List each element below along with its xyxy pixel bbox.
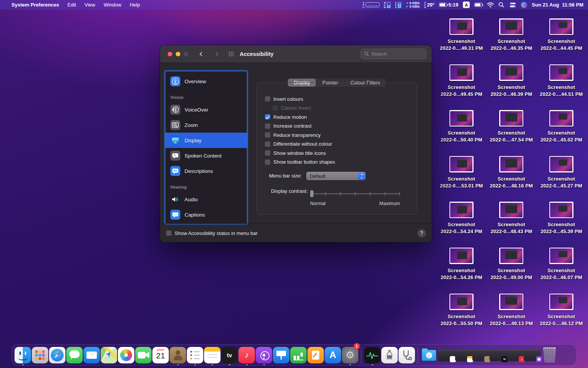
sidebar-item-display[interactable]: Display	[165, 133, 247, 148]
desktop-file-screenshot-18[interactable]: Screenshot2022-0...46.07 PM	[536, 246, 586, 292]
screenshot-thumbnail[interactable]	[449, 156, 474, 172]
menu-bar-clock[interactable]: Sun 21 Aug 11:56 PM	[532, 2, 583, 8]
dock-item-numbers[interactable]	[290, 344, 307, 366]
dock-item-calendar[interactable]: AUG21	[152, 344, 169, 366]
minimized-window-music-thumbnail[interactable]: ♪	[507, 350, 523, 361]
screenshot-thumbnail[interactable]	[449, 64, 474, 81]
sidebar-item-spoken-content[interactable]: Spoken Content	[165, 148, 247, 163]
dock-item-minimized-window-contacts[interactable]	[472, 344, 489, 366]
dock-item-photos[interactable]	[118, 344, 135, 366]
checkbox-row-increase-contrast[interactable]: Increase contrast	[265, 123, 335, 129]
dock-item-mail[interactable]	[83, 344, 100, 366]
checkbox-row-show-window-title-icons[interactable]: Show window title icons	[265, 150, 335, 156]
search-field[interactable]: Search	[361, 49, 426, 59]
dock-item-trash[interactable]	[541, 344, 558, 366]
reduce-motion-checkbox[interactable]	[265, 114, 270, 120]
wifi-icon[interactable]	[487, 2, 494, 8]
screenshot-thumbnail[interactable]	[549, 156, 573, 172]
screenshot-thumbnail[interactable]	[449, 202, 474, 218]
desktop-file-screenshot-10[interactable]: Screenshot2022-0....53.01 PM	[436, 154, 487, 200]
desktop-file-screenshot-9[interactable]: Screenshot2022-0...45.02 PM	[536, 108, 586, 154]
minimized-window-podcasts-thumbnail[interactable]: ◉	[524, 350, 541, 361]
show-toolbar-button-shapes-checkbox[interactable]	[265, 159, 270, 165]
battery-time-widget[interactable]: 5:19	[439, 2, 458, 8]
desktop-file-screenshot-17[interactable]: Screenshot2022-0...49.00 PM	[487, 246, 537, 292]
window-titlebar[interactable]: Accessibility Search	[160, 45, 432, 63]
show-window-title-icons-checkbox[interactable]	[265, 150, 270, 156]
screenshot-thumbnail[interactable]	[499, 18, 523, 35]
invert-colours-checkbox[interactable]	[265, 96, 270, 102]
display-contrast-slider[interactable]: Normal Maximum	[310, 190, 400, 197]
ssd-widget[interactable]: SSD	[395, 2, 401, 8]
dock-item-app-store[interactable]: A	[324, 344, 341, 366]
accessibility-status-checkbox-row[interactable]: Show Accessibility status in menu bar	[166, 230, 258, 236]
dock-item-activity-monitor[interactable]	[364, 344, 381, 366]
screenshot-thumbnail[interactable]	[499, 202, 523, 218]
screenshot-thumbnail[interactable]	[499, 294, 523, 310]
help-button[interactable]: ?	[418, 229, 426, 237]
dock-item-launchpad[interactable]	[31, 344, 49, 366]
screenshot-thumbnail[interactable]	[499, 64, 523, 81]
menu-view[interactable]: View	[85, 2, 95, 8]
screenshot-thumbnail[interactable]	[549, 202, 573, 218]
accessibility-status-checkbox[interactable]	[166, 230, 172, 236]
increase-contrast-checkbox[interactable]	[265, 123, 270, 129]
desktop-file-screenshot-14[interactable]: Screenshot2022-0...48.43 PM	[487, 200, 537, 246]
desktop-file-screenshot-16[interactable]: Screenshot2022-0...54.26 PM	[436, 246, 487, 292]
dock-item-maps[interactable]	[100, 344, 118, 366]
minimized-window-notes-thumbnail[interactable]	[455, 350, 472, 361]
dock-item-stethoscope-utility[interactable]	[398, 344, 415, 366]
dock-item-finder[interactable]	[14, 344, 31, 366]
sensor-widget[interactable]: SEN 29°	[424, 2, 434, 8]
dock-item-minimized-window-podcasts[interactable]: ◉	[524, 344, 541, 366]
dock-item-system-preferences[interactable]: ⚙1	[341, 344, 359, 366]
dock-item-music[interactable]: ♪	[238, 344, 255, 366]
checkbox-row-invert-colours[interactable]: Invert colours	[265, 96, 335, 102]
dock-item-minimized-window-reminders[interactable]	[438, 344, 455, 366]
desktop-file-screenshot-5[interactable]: Screenshot2022-0...46.39 PM	[487, 63, 537, 109]
minimized-window-tv-thumbnail[interactable]: tv	[490, 350, 506, 361]
screenshot-thumbnail[interactable]	[499, 156, 523, 172]
differentiate-without-colour-checkbox[interactable]	[265, 141, 270, 147]
desktop-file-screenshot-2[interactable]: Screenshot2022-0...46.35 PM	[487, 17, 537, 63]
screenshot-thumbnail[interactable]	[549, 110, 573, 127]
slider-knob[interactable]	[310, 190, 314, 197]
close-button[interactable]	[168, 52, 172, 56]
dock-item-pages[interactable]	[307, 344, 324, 366]
checkbox-row-reduce-motion[interactable]: Reduce motion	[265, 114, 335, 120]
menu-help[interactable]: Help	[130, 2, 140, 8]
desktop-file-screenshot-20[interactable]: Screenshot2022-0....49.13 PM	[487, 292, 537, 338]
desktop-file-screenshot-11[interactable]: Screenshot2022-0....48.16 PM	[487, 154, 537, 200]
show-all-grid-icon[interactable]	[229, 52, 234, 56]
checkbox-row-differentiate-without-colour[interactable]: Differentiate without colour	[265, 141, 335, 147]
sidebar-item-captions[interactable]: Captions	[165, 207, 247, 222]
dock-item-contacts[interactable]	[169, 344, 186, 366]
dock-item-messages[interactable]	[66, 344, 83, 366]
screenshot-thumbnail[interactable]	[449, 248, 474, 264]
screenshot-thumbnail[interactable]	[449, 110, 474, 127]
screenshot-thumbnail[interactable]	[449, 18, 474, 35]
back-button[interactable]	[198, 50, 205, 58]
dock-item-reminders[interactable]	[186, 344, 204, 366]
desktop-file-screenshot-4[interactable]: Screenshot2022-0...49.45 PM	[436, 63, 487, 109]
sidebar-item-zoom[interactable]: Zoom	[165, 117, 247, 133]
dock-item-appletv[interactable]: tv	[221, 344, 238, 366]
sidebar-item-voiceover[interactable]: VoiceOver	[165, 102, 247, 117]
dock-item-minimized-window-music[interactable]: ♪	[506, 344, 524, 366]
desktop-file-screenshot-19[interactable]: Screenshot2022-0...55.50 PM	[436, 292, 487, 338]
menu-edit[interactable]: Edit	[67, 2, 76, 8]
dock-item-podcasts[interactable]	[255, 344, 273, 366]
desktop-file-screenshot-13[interactable]: Screenshot2022-0...54.24 PM	[436, 200, 487, 246]
minimized-window-contacts-thumbnail[interactable]	[472, 350, 489, 361]
screenshot-thumbnail[interactable]	[549, 294, 573, 310]
screenshot-thumbnail[interactable]	[449, 294, 474, 310]
checkbox-row-show-toolbar-button-shapes[interactable]: Show toolbar button shapes	[265, 159, 335, 165]
dock-item-notes[interactable]	[204, 344, 221, 366]
screenshot-thumbnail[interactable]	[499, 110, 523, 127]
desktop-file-screenshot-21[interactable]: Screenshot2022-0....46.12 PM	[536, 292, 586, 338]
dock-item-minimized-window-notes[interactable]	[455, 344, 472, 366]
desktop-file-screenshot-8[interactable]: Screenshot2022-0....47.54 PM	[487, 108, 537, 154]
dock-item-minimized-window-tv[interactable]: tv	[489, 344, 506, 366]
dock-item-caliper-utility[interactable]	[381, 344, 398, 366]
screenshot-thumbnail[interactable]	[549, 18, 573, 35]
